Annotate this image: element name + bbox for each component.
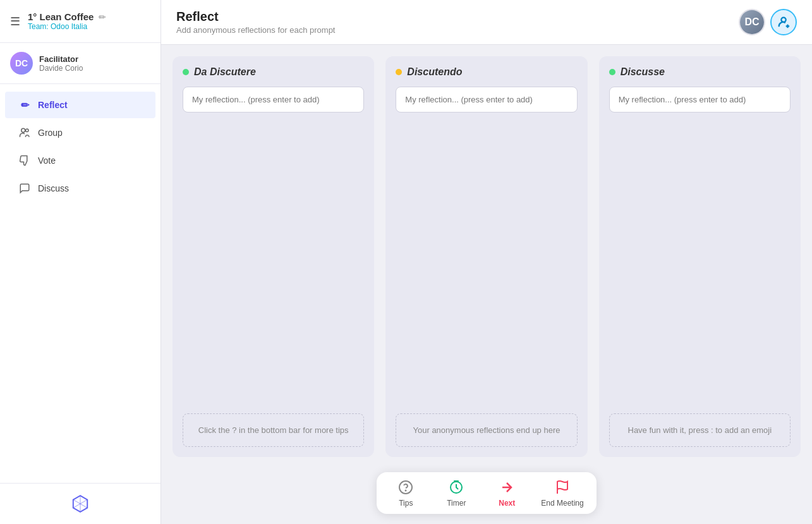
timer-label: Timer bbox=[447, 499, 466, 508]
sidebar-footer bbox=[0, 483, 161, 524]
reflection-input-discutendo[interactable] bbox=[396, 87, 577, 113]
column-title-discutendo: Discutendo bbox=[407, 66, 462, 78]
column-discutendo: Discutendo Your anonymous reflections en… bbox=[385, 56, 587, 457]
discuss-icon bbox=[18, 181, 32, 195]
sidebar-item-discuss[interactable]: Discuss bbox=[5, 175, 155, 202]
main-content: Reflect Add anonymous reflections for ea… bbox=[161, 0, 812, 524]
column-da-discutere: Da Discutere Click the ? in the bottom b… bbox=[173, 56, 374, 457]
hint-card-discusse: Have fun with it, press : to add an emoj… bbox=[609, 413, 791, 448]
column-discusse: Discusse Have fun with it, press : to ad… bbox=[599, 56, 801, 457]
end-meeting-icon bbox=[554, 478, 571, 496]
next-label: Next bbox=[499, 499, 515, 508]
app-logo bbox=[70, 494, 90, 514]
timer-icon bbox=[447, 478, 465, 496]
column-dot-da-discutere bbox=[183, 69, 189, 75]
sidebar-nav: ✏ Reflect Group Vote Discuss bbox=[0, 84, 161, 483]
reflection-input-da-discutere[interactable] bbox=[183, 87, 364, 113]
column-header-da-discutere: Da Discutere bbox=[183, 66, 364, 78]
hint-text-discutendo: Your anonymous reflections end up here bbox=[413, 424, 561, 437]
sidebar-item-discuss-label: Discuss bbox=[38, 183, 69, 193]
column-title-da-discutere: Da Discutere bbox=[194, 66, 256, 78]
facilitator-row: DC Facilitator Davide Corio bbox=[0, 43, 161, 84]
reflect-icon: ✏ bbox=[18, 98, 32, 112]
sidebar-item-group[interactable]: Group bbox=[5, 119, 155, 146]
end-meeting-label: End Meeting bbox=[541, 499, 583, 508]
tips-label: Tips bbox=[399, 499, 413, 508]
sidebar-item-reflect[interactable]: ✏ Reflect bbox=[5, 92, 155, 118]
bottom-bar: Tips Timer Next End Meeting bbox=[377, 472, 596, 514]
column-title-discusse: Discusse bbox=[621, 66, 665, 78]
main-header: Reflect Add anonymous reflections for ea… bbox=[161, 0, 812, 45]
add-participant-button[interactable] bbox=[770, 9, 797, 35]
hint-card-discutendo: Your anonymous reflections end up here bbox=[396, 413, 577, 448]
next-icon bbox=[498, 478, 516, 496]
avatar: DC bbox=[10, 52, 33, 75]
sidebar: ☰ 1° Lean Coffee ✏ Team: Odoo Italia DC … bbox=[0, 0, 161, 524]
page-subtitle: Add anonymous reflections for each promp… bbox=[176, 25, 335, 35]
hint-text-discusse: Have fun with it, press : to add an emoj… bbox=[628, 424, 772, 437]
page-title: Reflect bbox=[176, 9, 335, 24]
column-header-discutendo: Discutendo bbox=[396, 66, 577, 78]
vote-icon bbox=[18, 154, 32, 168]
bottom-bar-wrap: Tips Timer Next End Meeting bbox=[161, 465, 812, 524]
group-icon bbox=[18, 126, 32, 140]
app-title: 1° Lean Coffee bbox=[28, 11, 94, 22]
tips-button[interactable]: Tips bbox=[389, 478, 422, 508]
user-photo: DC bbox=[740, 10, 764, 34]
facilitator-label: Facilitator bbox=[39, 54, 83, 64]
sidebar-item-vote-label: Vote bbox=[38, 155, 56, 166]
column-dot-discusse bbox=[609, 69, 615, 75]
edit-icon[interactable]: ✏ bbox=[99, 12, 106, 22]
timer-button[interactable]: Timer bbox=[440, 478, 473, 508]
column-dot-discutendo bbox=[396, 69, 402, 75]
svg-point-1 bbox=[26, 129, 29, 132]
user-avatar: DC bbox=[739, 9, 765, 35]
column-header-discusse: Discusse bbox=[609, 66, 791, 78]
team-label[interactable]: Team: Odoo Italia bbox=[28, 22, 150, 31]
svg-point-0 bbox=[21, 128, 25, 132]
reflection-input-discusse[interactable] bbox=[609, 87, 791, 113]
hint-text-da-discutere: Click the ? in the bottom bar for more t… bbox=[198, 424, 349, 437]
columns-area: Da Discutere Click the ? in the bottom b… bbox=[161, 45, 812, 465]
hamburger-icon[interactable]: ☰ bbox=[10, 15, 20, 28]
header-avatars: DC bbox=[739, 9, 797, 35]
sidebar-item-reflect-label: Reflect bbox=[38, 100, 68, 110]
sidebar-header: ☰ 1° Lean Coffee ✏ Team: Odoo Italia bbox=[0, 0, 161, 43]
tips-icon bbox=[397, 478, 415, 496]
next-button[interactable]: Next bbox=[490, 478, 523, 508]
sidebar-item-vote[interactable]: Vote bbox=[5, 147, 155, 174]
end-meeting-button[interactable]: End Meeting bbox=[541, 478, 583, 508]
sidebar-item-group-label: Group bbox=[38, 128, 63, 138]
facilitator-name: Davide Corio bbox=[39, 64, 83, 73]
hint-card-da-discutere: Click the ? in the bottom bar for more t… bbox=[183, 413, 364, 448]
